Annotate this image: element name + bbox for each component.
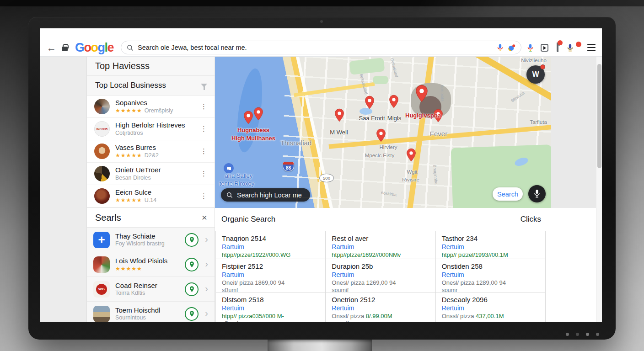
more-options-button[interactable]: ⋮ (198, 147, 210, 155)
business-list-item[interactable]: Eeicn Sulce★★★★★U.14⋮ (87, 185, 215, 207)
chevron-right-icon[interactable]: › (204, 259, 211, 271)
result-cell[interactable]: Deseaoly 2096RertuimOnssl/ pizza 437,00.… (436, 292, 546, 322)
business-list-item[interactable]: INCO35High Berlolsr HistrevesCotjrtidtro… (87, 118, 215, 140)
chevron-right-icon[interactable]: › (204, 234, 211, 246)
more-options-button[interactable]: ⋮ (198, 125, 210, 133)
bezel-indicator-dots (566, 333, 599, 336)
business-list-item[interactable]: Onietr UeTroerBesan Diroles⋮ (87, 163, 215, 185)
result-cell[interactable]: Tasthor 234Rertuimhtpp// pizzel/1993//00… (436, 231, 546, 259)
map-label: Nivizlieuho (521, 58, 547, 63)
results-title: Organic Search (221, 215, 275, 224)
business-name: Eeicn Sulce (115, 188, 192, 197)
map-marker-pin[interactable] (334, 108, 344, 122)
chevron-right-icon[interactable]: › (204, 283, 211, 295)
item-subtext: Sournintous (115, 314, 146, 321)
more-options-button[interactable]: ⋮ (198, 102, 210, 111)
voice-search-icon[interactable] (497, 43, 504, 52)
map-search-pill[interactable]: Search high Locar me (221, 188, 310, 202)
scrollbar-thumb[interactable] (597, 64, 601, 168)
result-title: Deseaoly 2096 (442, 296, 539, 304)
business-list-item[interactable]: Vases Burres★★★★★D2&2⋮ (87, 140, 215, 163)
result-link[interactable]: Rartuim (222, 243, 319, 251)
map-marker-pin[interactable] (243, 111, 253, 124)
map-marker-pin[interactable] (389, 95, 399, 108)
result-link[interactable]: Rertuim (332, 271, 429, 279)
reader-mode-icon[interactable] (541, 44, 548, 52)
map-marker-pin[interactable] (253, 107, 263, 121)
result-title: Durapion 25b (332, 262, 429, 271)
map-label: Hugnabess (237, 127, 269, 133)
item-text: Toem HoischdlSournintous (115, 306, 179, 322)
item-subtext: Foy Wisiortl brastrg (115, 240, 165, 247)
result-cell[interactable]: Fistpiier 2512RartuimOneit/ pizza 1869,0… (216, 259, 326, 292)
more-options-button[interactable]: ⋮ (198, 170, 210, 178)
lens-icon[interactable] (508, 44, 515, 52)
business-list: Sopanives★★★★★Oremšplsly⋮INCO35High Berl… (87, 96, 215, 207)
map-pin-button[interactable] (185, 258, 199, 271)
tag-notification-wrap[interactable] (555, 42, 560, 53)
result-url-segment: Onesl/ pizza 1289,00 94 (442, 279, 506, 286)
map-account-badge (540, 64, 545, 69)
rating-stars: ★★★★★ (115, 152, 142, 159)
result-link[interactable]: Rartuim (332, 243, 429, 251)
result-link[interactable]: Rertuim (332, 304, 429, 312)
business-list-item[interactable]: Sopanives★★★★★Oremšplsly⋮ (87, 96, 215, 118)
local-results-panel: Top Haviesss Top Local Businesss Sopaniv… (87, 57, 215, 322)
highway-shield: 500 (319, 174, 334, 182)
mic-icon[interactable] (527, 43, 534, 52)
result-link[interactable]: Rartuim (222, 271, 319, 279)
item-subtitle: Sournintous (115, 314, 179, 321)
result-link[interactable]: Rertuim (222, 304, 319, 312)
map-marker-pin[interactable] (365, 96, 375, 109)
rating-stars: ★★★★★ (115, 266, 142, 272)
clicks-label: Clicks (521, 215, 541, 224)
cast-mic-icon[interactable] (567, 43, 574, 52)
result-link[interactable]: Rertuim (442, 271, 539, 279)
item-thumbnail: + (93, 232, 110, 248)
result-link[interactable]: Rertuim (442, 243, 539, 251)
map-marker-pin[interactable] (415, 85, 429, 102)
result-url-segment: htpp//plzze/1692//000NMv (332, 251, 401, 258)
chevron-right-icon[interactable]: › (204, 308, 211, 320)
result-cell[interactable]: Tnaqrion 2514Rartuimhtpp//pizze/1922//00… (216, 231, 326, 259)
map-pin-button[interactable] (185, 307, 199, 321)
item-thumbnail (93, 256, 110, 273)
result-cell[interactable]: Durapion 25bRertuimOnesl/ pizza 1269,00 … (326, 259, 435, 292)
search-input[interactable]: Search ole Jewa, best focal near me. (121, 41, 521, 54)
result-link[interactable]: Rertuim (442, 304, 539, 312)
result-url: Onesl/ pizza 1269,00 94 (332, 279, 429, 287)
back-button[interactable]: ← (47, 43, 56, 53)
item-text: Lois Wfod Pisiols★★★★★ (115, 257, 179, 272)
map-marker-pin[interactable] (376, 128, 386, 142)
map-label: Hugigivspba (405, 112, 441, 119)
result-cell[interactable]: Onetrion 2512RertuimOnssl/ pizza 8/.99.0… (326, 292, 435, 322)
map-pin-button[interactable] (185, 282, 199, 296)
filter-icon[interactable] (201, 84, 207, 87)
search-list-item[interactable]: Lois Wfod Pisiols★★★★★› (87, 252, 215, 277)
business-text: Eeicn Sulce★★★★★U.14 (115, 188, 192, 204)
result-url-segment: htpp//pizze/1922//000.WG (222, 251, 290, 258)
rating-stars: ★★★★★ (115, 107, 142, 114)
search-list-item[interactable]: +Thay SchiateFoy Wisiortl brastrg› (87, 228, 215, 252)
more-options-button[interactable]: ⋮ (198, 192, 210, 200)
map-label: High Mullhanes (231, 135, 275, 142)
map[interactable]: 88 500 HugnabessHigh MullhanesSaa Frorit… (215, 57, 551, 208)
search-list-item[interactable]: WGCoad ReinserToirra Kdltis› (87, 277, 215, 302)
map-pin-button[interactable] (185, 233, 199, 247)
result-cell[interactable]: Onstiden 258RertuimOnesl/ pizza 1289,00 … (436, 259, 546, 292)
search-list-item[interactable]: Toem HoischdlSournintous› (87, 302, 215, 322)
map-account-button[interactable]: W (526, 65, 545, 84)
map-search-button[interactable]: Search (493, 187, 523, 201)
result-cell[interactable]: Dlstsom 2518Rertuimhtpp// pizza035//000 … (216, 292, 326, 322)
business-subtitle: Besan Diroles (115, 175, 192, 181)
close-icon[interactable]: × (202, 212, 207, 223)
business-text: Sopanives★★★★★Oremšplsly (115, 99, 192, 114)
voice-search-fab[interactable] (528, 185, 546, 202)
map-marker-pin[interactable] (406, 148, 416, 162)
result-cell[interactable]: Rest ol averRartuimhtpp//plzze/1692//000… (326, 231, 435, 259)
map-label: Saa Frorit (359, 115, 385, 122)
scrollbar[interactable] (596, 57, 602, 322)
menu-icon[interactable] (587, 44, 596, 51)
indicator-dot (586, 333, 589, 336)
item-subtitle: Foy Wisiortl brastrg (115, 240, 179, 247)
